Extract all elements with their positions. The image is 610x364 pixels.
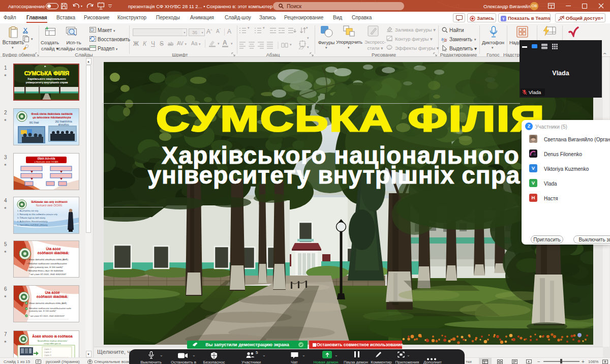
svg-text:університету внутрішніх справ: університету внутрішніх справ xyxy=(25,81,68,84)
svg-text:СУМСЬКА ФІЛІЯ: СУМСЬКА ФІЛІЯ xyxy=(24,70,70,76)
svg-text:çà íàñòóïíèìè ñïåöłàëüíîñòÿìè: çà íàñòóïíèìè ñïåöłàëüíîñòÿìè xyxy=(33,116,71,119)
svg-text:університету внутрішніх справ: університету внутрішніх справ xyxy=(147,162,535,189)
svg-text:Çàÿâà ¹2: Çàÿâà ¹2 xyxy=(44,351,51,353)
svg-text:• Ïðîéòè âłéñüêîâî-ëłêàðñüêó ê: • Ïðîéòè âłéñüêîâî-ëłêàðñüêó êîìłñłţ (ÂË… xyxy=(27,258,68,261)
svg-text:Ïðîéòè âłéñüêîâî-ëłêàðñüêó êîì: Ïðîéòè âłéñüêîâî-ëłêàðñüêó êîìłñłţ (ÂËÊ) xyxy=(29,302,67,305)
svg-text:• Ñêëàñòè łñïèò ç ôłçè÷íîž ïłä: • Ñêëàñòè łñïèò ç ôłçè÷íîž ïłäãîòîâêè xyxy=(27,269,64,272)
svg-text:Ùîá áóòè: Ùîá áóòè xyxy=(46,247,60,251)
svg-text:T: T xyxy=(502,16,505,21)
svg-text:• Ñêëàñòè íàöłîíàëüíèé ìóëüòłï: • Ñêëàñòè íàöłîíàëüíèé ìóëüòłïðåäìåòíèé xyxy=(27,262,67,265)
svg-text:ó Ñóìñüêłé ôłëłž ÕÍÓÂÑ: ó Ñóìñüêłé ôłëłž ÕÍÓÂÑ xyxy=(35,161,58,163)
svg-text:4. Ãàðàíòîâàíå ïðàöåâëàøòóâàíí: 4. Ãàðàíòîâàíå ïðàöåâëàøòóâàííÿ xyxy=(17,220,47,223)
svg-text:081 Ïðàâî: 081 Ïðàâî xyxy=(29,121,39,124)
svg-text:1. Áåçêîøòîâíå íàâ÷àííÿ: 1. Áåçêîøòîâíå íàâ÷àííÿ xyxy=(17,209,38,212)
svg-text:262 Ïðàâîîõîðîííà: 262 Ïðàâîîõîðîííà xyxy=(55,120,72,123)
svg-text:* àáî çíàòè ÍÌÒ 2022, 2642 403: * àáî çíàòè ÍÌÒ 2022, 2642 4032/2037 xyxy=(29,273,67,276)
svg-text:Çàÿâà ¹1: Çàÿâà ¹1 xyxy=(44,348,51,350)
svg-text:a: a xyxy=(441,37,444,42)
svg-text:Ùîá áóòè: Ùîá áóòè xyxy=(45,290,59,294)
svg-text:Харківського національного: Харківського національного xyxy=(27,77,67,80)
svg-text:Çàÿâà ¹3: Çàÿâà ¹3 xyxy=(44,354,51,356)
svg-text:vstup.edbo.gov.ua: vstup.edbo.gov.ua xyxy=(44,342,62,345)
svg-text:Åòàïè âñòóïó íà êóðñàíòà: Åòàïè âñòóïó íà êóðñàíòà xyxy=(32,334,73,338)
svg-text:5. Ìîæëèâłñòü êàð'ŕðíîãî çðîñò: 5. Ìîæëèâłñòü êàð'ŕðíîãî çðîñòàííÿ xyxy=(17,224,47,226)
svg-text:Ñóìñüêîž ôłëłž ÕÍÓÂÑ:: Ñóìñüêîž ôłëłž ÕÍÓÂÑ: xyxy=(36,204,63,207)
svg-text:êóðñàíòîì íåîáõłäíå:: êóðñàíòîì íåîáõłäíå: xyxy=(38,251,70,255)
svg-text:Ïåðåâàãè íàâ÷àííÿ êóðñàíòîì: Ïåðåâàãè íàâ÷àííÿ êóðñàíòîì xyxy=(30,200,68,203)
svg-text:Фmíå öłéìíà ïłäãîòîâêà ôàõłâöł: Фmíå öłéìíà ïłäãîòîâêà ôàõłâöłâ xyxy=(31,112,73,115)
svg-text:* àáî çíàòè ÍÌÒ 2022, 2642 403: * àáî çíàòè ÍÌÒ 2022, 2642 4032/2037 xyxy=(29,315,65,317)
svg-text:СУМСЬКА ФІЛІЯ: СУМСЬКА ФІЛІЯ xyxy=(156,99,545,139)
svg-text:(çàâäàííÿ áàë, ìłí 100 áàëłâ)*: (çàâäàííÿ áàë, ìłí 100 áàëłâ)* xyxy=(29,310,56,312)
svg-text:3. Ôîðìåíèé îäÿã òà õàð÷óâàííÿ: 3. Ôîðìåíèé îäÿã òà õàð÷óâàííÿ xyxy=(17,217,45,219)
svg-text:òåñò (çàâäàííÿ áàë, ìłí 100 á: òåñò (çàâäàííÿ áàë, ìłí 100 áàëłâ)* xyxy=(29,266,63,268)
svg-text:ÔÎÐÌÀ ÍÀÂ×ÀÍÍß: ÔÎÐÌÀ ÍÀÂ×ÀÍÍß xyxy=(38,157,55,160)
svg-text:êóðñàíòîì íåîáõłäíå:: êóðñàíòîì íåîáõłäíå: xyxy=(37,295,69,298)
svg-text:2. Ñòèïåíäłÿ òà ïîâíå äåðæàâíå: 2. Ñòèïåíäłÿ òà ïîâíå äåðæàâíå çàáåçïå÷å… xyxy=(17,213,57,216)
